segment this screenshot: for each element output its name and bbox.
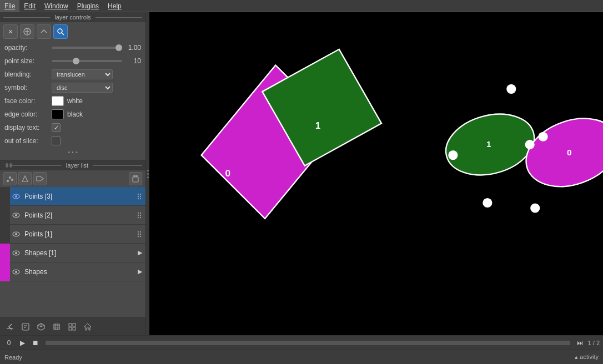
svg-rect-50 [54,324,59,330]
svg-point-19 [140,195,141,196]
status-text: Ready [4,354,575,361]
frame-number: 0 [3,337,14,348]
layer-color [0,206,10,225]
layer-move-handle[interactable] [133,225,145,244]
console-button[interactable] [3,320,17,333]
layer-eye-toggle[interactable] [10,262,22,281]
layer-eye-toggle[interactable] [10,225,22,244]
opacity-slider[interactable] [52,47,122,49]
svg-point-16 [138,193,139,194]
point-size-row: point size: 10 [0,54,145,68]
layer-expand-arrow[interactable]: ▶ [134,244,145,262]
labels-tool-button[interactable] [33,172,47,185]
svg-marker-8 [22,176,28,181]
svg-rect-10 [133,177,138,182]
layer-move-handle[interactable] [133,187,145,206]
svg-text:0: 0 [567,148,571,157]
opacity-row: opacity: 1.00 [0,41,145,54]
points-tool-button[interactable] [3,172,17,185]
search-button[interactable] [53,24,68,39]
svg-point-31 [15,233,17,235]
layer-color [0,244,10,262]
layer-item[interactable]: Shapes ▶ [0,262,145,281]
edge-color-row: edge color: black [0,108,145,121]
layer-item[interactable]: Points [1] [0,225,145,244]
box-button[interactable] [50,320,63,333]
shapes-tool-button[interactable] [18,172,32,185]
svg-rect-56 [73,323,76,326]
opacity-slider-container: 1.00 [52,44,141,52]
shape-magenta-ellipse[interactable]: 0 [516,107,603,199]
point-marker [483,198,492,208]
layer-name: Points [3] [22,193,133,200]
svg-point-26 [138,214,139,215]
duplicate-layer-button[interactable] [37,24,51,39]
svg-point-41 [15,271,17,273]
svg-point-39 [15,252,17,254]
face-color-swatch[interactable] [52,96,64,106]
menu-plugins[interactable]: Plugins [73,0,103,12]
svg-point-17 [140,193,141,194]
edge-color-swatch[interactable] [52,109,64,119]
activity-button[interactable]: ▴ activity [575,353,599,361]
menu-edit[interactable]: Edit [19,0,40,12]
out-of-slice-checkbox[interactable] [52,136,61,145]
point-marker [525,140,535,149]
svg-point-32 [138,231,139,232]
layer-eye-toggle[interactable] [10,206,22,225]
home-button[interactable] [81,320,94,333]
svg-point-37 [140,235,141,236]
layer-eye-toggle[interactable] [10,244,22,262]
layer-item[interactable]: Shapes [1] ▶ [0,244,145,262]
left-panel: layer controls × opacity: [0,12,146,335]
layer-item[interactable]: Points [2] [0,206,145,225]
point-size-slider[interactable] [52,60,122,62]
layer-list-title: layer list [62,162,93,169]
layer-list-section: layer list [0,160,145,317]
opacity-value: 1.00 [124,44,141,52]
svg-point-28 [138,216,139,218]
svg-line-4 [62,33,64,35]
layer-move-handle[interactable] [133,206,145,225]
layer-controls-title: layer controls [50,14,95,21]
more-options[interactable]: • • • [0,148,145,156]
point-marker [530,203,540,213]
svg-point-34 [138,233,139,234]
edge-color-name: black [67,110,83,118]
svg-rect-58 [73,327,76,330]
point-size-value: 10 [124,57,141,65]
menu-window[interactable]: Window [40,0,73,12]
display-text-label: display text: [4,124,52,132]
point-marker [448,150,458,160]
display-text-checkbox[interactable]: ✓ [52,123,61,132]
blending-select[interactable]: translucen additive opaque [52,69,113,79]
script-button[interactable] [19,320,32,333]
delete-layer-button[interactable] [129,172,142,185]
svg-point-29 [140,216,141,218]
blending-row: blending: translucen additive opaque [0,68,145,81]
layer-name: Points [2] [22,211,133,219]
layer-eye-toggle[interactable] [10,187,22,206]
svg-line-48 [41,325,44,327]
cube-button[interactable] [34,320,48,333]
svg-point-3 [58,29,62,33]
svg-point-23 [15,214,17,216]
layer-item[interactable]: Points [3] [0,187,145,206]
svg-point-24 [138,212,139,213]
menu-file[interactable]: File [0,0,19,12]
edge-color-label: edge color: [4,110,52,118]
playback-progress[interactable] [46,341,570,345]
symbol-select[interactable]: disc square diamond [52,83,113,93]
layer-color [0,262,10,281]
stop-button[interactable]: ⏹ [30,337,41,348]
menu-help[interactable]: Help [103,0,126,12]
svg-point-36 [138,235,139,236]
layer-expand-arrow[interactable]: ▶ [134,262,145,281]
add-layer-button[interactable] [20,24,34,39]
play-button[interactable]: ▶ [17,337,28,348]
end-button[interactable]: ⏭ [575,337,586,348]
point-size-slider-container: 10 [52,57,141,65]
grid-button[interactable] [66,320,79,333]
clear-layer-button[interactable]: × [3,24,18,39]
svg-point-7 [11,179,13,181]
